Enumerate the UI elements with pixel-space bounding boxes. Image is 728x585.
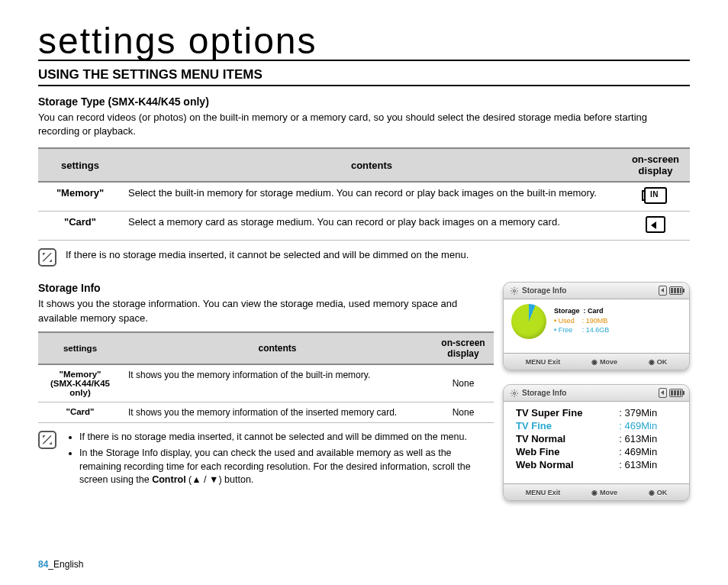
gear-icon [510, 286, 519, 296]
page-language: _English [48, 559, 83, 570]
exit-label: Exit [548, 489, 561, 496]
bullet-item: If there is no storage media inserted, i… [79, 431, 494, 444]
section-heading: USING THE SETTINGS MENU ITEMS [38, 67, 690, 86]
note-text: If there is no storage media inserted, i… [66, 248, 469, 262]
svg-point-1 [514, 392, 516, 394]
move-label: Move [600, 358, 617, 366]
page-title: settings options [38, 23, 690, 61]
cell-osd [621, 212, 690, 241]
card-mini-icon [659, 286, 667, 296]
memory-in-icon [644, 187, 667, 204]
note-icon [38, 248, 56, 267]
table-row: "Card" Select a memory card as storage m… [38, 212, 690, 241]
th-osd: on-screen display [621, 148, 690, 182]
battery-icon [669, 286, 683, 295]
storage-type-intro: You can record videos (or photos) on the… [38, 111, 690, 138]
th-settings: settings [38, 148, 122, 182]
cell-osd: None [433, 402, 494, 422]
device-bottombar: MENU Exit ◉ Move ◉ OK [504, 353, 689, 370]
storage-label: Storage [554, 307, 580, 315]
free-label: • Free [554, 326, 572, 334]
th-settings: settings [38, 332, 122, 364]
device-titlebar: Storage Info [504, 385, 689, 402]
ok-label: OK [657, 489, 668, 496]
cell-content: It shows you the memory information of t… [122, 364, 433, 402]
recording-time-table: TV Super Fine: 379MinTV Fine: 469MinTV N… [514, 406, 678, 471]
device-title: Storage Info [522, 389, 566, 397]
device-body: TV Super Fine: 379MinTV Fine: 469MinTV N… [504, 402, 689, 483]
bullet-item: In the Storage Info display, you can che… [79, 447, 494, 487]
table-row: "Memory" Select the built-in memory for … [38, 182, 690, 212]
ok-label: OK [657, 358, 668, 366]
cell-content: Select a memory card as storage medium. … [122, 212, 621, 241]
cell-setting: "Card" [38, 212, 122, 241]
storage-info-intro: It shows you the storage information. Yo… [38, 297, 494, 325]
page-number: 84 [38, 559, 48, 570]
cell-setting: "Card" [38, 402, 122, 422]
cell-setting: "Memory" [38, 182, 122, 212]
th-osd: on-screen display [433, 332, 494, 364]
storage-info-table: settings contents on-screen display "Mem… [38, 331, 494, 423]
storage-type-heading: Storage Type (SMX-K44/K45 only) [38, 95, 690, 108]
used-label: • Used [554, 317, 575, 325]
th-contents: contents [122, 148, 621, 182]
note-row: If there is no storage media inserted, i… [38, 431, 494, 490]
setting-name: "Memory" [59, 370, 101, 379]
exit-label: Exit [548, 358, 561, 366]
card-mini-icon [659, 388, 667, 398]
svg-point-0 [514, 289, 516, 292]
th-contents: contents [122, 332, 433, 364]
setting-note: (SMX-K44/K45 only) [50, 379, 110, 397]
device-bottombar: MENU Exit ◉ Move ◉ OK [504, 483, 689, 500]
cell-osd [621, 182, 690, 212]
storage-type-table: settings contents on-screen display "Mem… [38, 147, 690, 241]
pie-chart-icon [511, 304, 546, 339]
storage-info-heading: Storage Info [38, 282, 494, 294]
move-label: Move [600, 489, 617, 496]
gear-icon [510, 389, 519, 398]
battery-icon [669, 389, 683, 397]
device-body: Storage : Card • Used : 190MB • Free : 1… [504, 299, 689, 353]
cell-setting: "Memory" (SMX-K44/K45 only) [38, 364, 122, 402]
device-screen-storage-pie: Storage Info Storage : Card • Used : 190… [503, 282, 690, 370]
page-footer: 84_English [38, 559, 83, 570]
menu-label: MENU [526, 358, 546, 366]
note-icon [38, 431, 56, 449]
used-value: : 190MB [582, 317, 608, 325]
device-titlebar: Storage Info [504, 283, 689, 299]
cell-osd: None [433, 364, 494, 402]
table-row: "Memory" (SMX-K44/K45 only) It shows you… [38, 364, 494, 402]
menu-label: MENU [526, 489, 546, 496]
device-title: Storage Info [522, 286, 566, 295]
free-value: : 14.6GB [582, 326, 610, 334]
cell-content: Select the built-in memory for storage m… [122, 182, 621, 212]
device-screen-rec-times: Storage Info TV Super Fine: 379MinTV Fin… [503, 384, 690, 501]
note-row: If there is no storage media inserted, i… [38, 248, 690, 267]
storage-value: : Card [584, 307, 604, 315]
cell-content: It shows you the memory information of t… [122, 402, 433, 422]
note-bullet-list: If there is no storage media inserted, i… [79, 431, 494, 490]
memory-card-icon [646, 216, 665, 233]
table-row: "Card" It shows you the memory informati… [38, 402, 494, 422]
